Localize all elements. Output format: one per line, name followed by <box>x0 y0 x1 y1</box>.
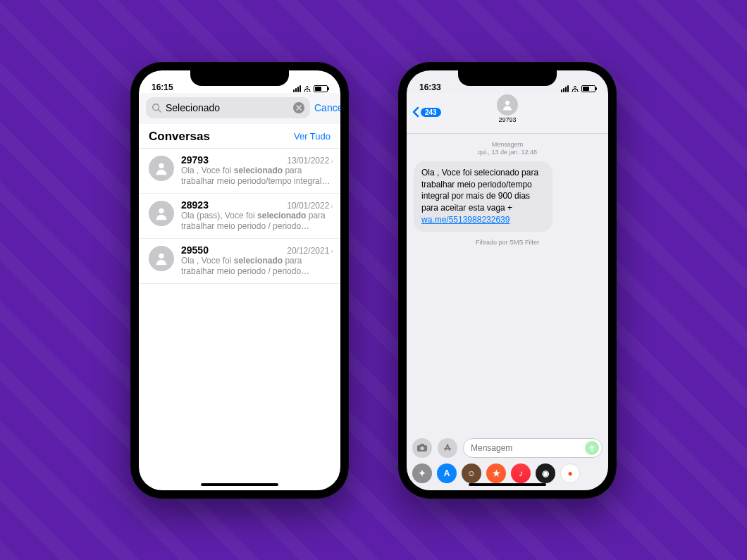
wifi-icon <box>303 85 311 92</box>
sender-name: 29793 <box>498 116 516 123</box>
home-indicator[interactable] <box>469 483 546 486</box>
search-field[interactable] <box>146 97 310 118</box>
notch <box>190 70 289 86</box>
phone-right-screen: 16:33 243 29793 <box>407 70 608 490</box>
input-tray <box>407 434 608 459</box>
camera-button[interactable] <box>412 438 432 458</box>
avatar <box>149 156 174 181</box>
search-row: Cancelar <box>139 93 340 124</box>
app-icon-music[interactable]: ♪ <box>511 463 531 483</box>
chevron-right-icon: › <box>331 247 333 255</box>
row-sender: 28923 <box>181 199 209 211</box>
svg-point-3 <box>159 208 163 213</box>
conversation-body[interactable]: Mensagem qui., 13 de jan. 12:48 Ola , Vo… <box>407 134 608 434</box>
clear-search-button[interactable] <box>293 102 304 113</box>
wifi-icon <box>571 85 579 92</box>
cancel-search-button[interactable]: Cancelar <box>314 102 340 113</box>
message-text: Ola , Voce foi selecionado para trabalha… <box>421 168 538 213</box>
back-button[interactable]: 243 <box>412 106 441 118</box>
signal-icon <box>293 85 301 92</box>
arrow-up-icon <box>588 444 595 452</box>
incoming-message-bubble[interactable]: Ola , Voce foi selecionado para trabalha… <box>414 161 552 232</box>
person-icon <box>501 99 514 111</box>
row-preview: Ola (pass), Voce foi selecionado para tr… <box>181 211 333 232</box>
home-indicator[interactable] <box>201 483 278 486</box>
x-icon <box>296 105 302 111</box>
conversation-row[interactable]: 29793 13/01/2022› Ola , Voce foi selecio… <box>139 149 340 194</box>
status-icons <box>293 85 328 92</box>
send-button[interactable] <box>585 441 599 455</box>
row-date: 13/01/2022› <box>287 156 333 166</box>
battery-icon <box>314 85 328 92</box>
conversation-row[interactable]: 29550 20/12/2021› Ola , Voce foi selecio… <box>139 239 340 284</box>
svg-line-1 <box>159 109 161 112</box>
see-all-link[interactable]: Ver Tudo <box>294 131 331 142</box>
svg-point-4 <box>159 254 163 259</box>
conversation-row[interactable]: 28923 10/01/2022› Ola (pass), Voce foi s… <box>139 194 340 239</box>
search-icon <box>152 103 161 113</box>
message-timestamp: Mensagem qui., 13 de jan. 12:48 <box>414 141 601 157</box>
svg-point-5 <box>505 101 510 105</box>
apps-button[interactable] <box>438 438 457 458</box>
compose-input[interactable] <box>471 443 585 453</box>
section-title: Conversas <box>149 130 210 144</box>
row-date: 10/01/2022› <box>287 201 333 211</box>
status-time: 16:33 <box>419 82 441 92</box>
person-icon <box>154 161 169 176</box>
unread-badge: 243 <box>421 108 441 117</box>
row-date: 20/12/2021› <box>287 246 333 256</box>
app-icon-photos[interactable]: ✦ <box>412 463 432 483</box>
battery-icon <box>581 85 595 92</box>
avatar <box>149 201 174 226</box>
row-preview: Ola , Voce foi selecionado para trabalha… <box>181 256 333 278</box>
svg-rect-7 <box>420 444 424 446</box>
svg-point-2 <box>159 163 163 168</box>
notch <box>458 70 557 86</box>
avatar <box>497 94 518 116</box>
avatar <box>149 246 174 271</box>
conversation-title[interactable]: 29793 <box>497 94 518 123</box>
row-sender: 29550 <box>181 244 209 256</box>
row-sender: 29793 <box>181 154 209 166</box>
app-icon-activity[interactable]: ◉ <box>536 463 555 483</box>
phone-left-screen: 16:15 Cancelar Conversas <box>139 70 340 490</box>
person-icon <box>154 206 169 221</box>
section-header: Conversas Ver Tudo <box>139 124 340 149</box>
person-icon <box>154 251 169 266</box>
app-icon-appstore[interactable]: A <box>437 463 457 483</box>
phone-left-frame: 16:15 Cancelar Conversas <box>130 62 349 499</box>
app-icon-memoji[interactable]: ☺ <box>462 463 481 483</box>
conversation-header: 243 29793 <box>407 93 608 134</box>
phone-right-frame: 16:33 243 29793 <box>398 62 617 499</box>
chevron-right-icon: › <box>331 201 333 210</box>
appstore-icon <box>443 443 452 453</box>
app-icon-reddit[interactable]: ● <box>560 463 580 483</box>
search-input[interactable] <box>166 102 289 113</box>
compose-field[interactable] <box>463 438 603 458</box>
filter-note: Filtrado por SMS Filter <box>414 239 601 246</box>
row-preview: Ola , Voce foi selecionado para trabalha… <box>181 166 333 187</box>
stage: 16:15 Cancelar Conversas <box>0 0 747 560</box>
signal-icon <box>561 85 569 92</box>
chevron-right-icon: › <box>331 156 333 165</box>
status-time: 16:15 <box>152 82 173 92</box>
svg-point-8 <box>421 447 424 450</box>
camera-icon <box>416 444 428 452</box>
results-list: 29793 13/01/2022› Ola , Voce foi selecio… <box>139 149 340 285</box>
chevron-left-icon <box>412 106 419 118</box>
message-link[interactable]: wa.me/5513988232639 <box>421 215 510 225</box>
status-icons <box>561 85 595 92</box>
app-icon-stickers[interactable]: ★ <box>486 463 506 483</box>
